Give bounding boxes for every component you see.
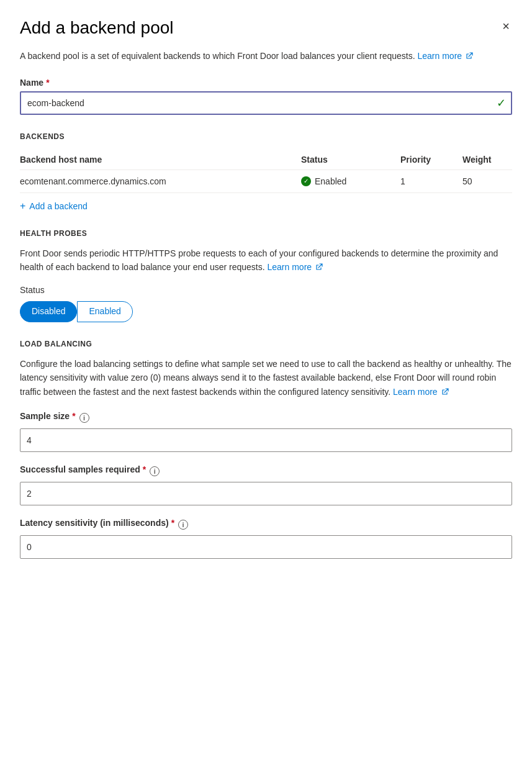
health-probes-toggle-group: Disabled Enabled <box>20 301 512 322</box>
sample-size-label-row: Sample size * i <box>20 411 512 425</box>
successful-samples-required-star: * <box>143 464 146 474</box>
health-probes-heading: HEALTH PROBES <box>20 229 512 238</box>
col-backend-host: Backend host name <box>20 155 301 165</box>
add-backend-button[interactable]: + Add a backend <box>20 201 88 212</box>
successful-samples-info-icon[interactable]: i <box>150 466 160 476</box>
backend-status-cell: ✓ Enabled <box>301 176 400 186</box>
toggle-disabled-button[interactable]: Disabled <box>20 301 77 322</box>
table-row: ecomtenant.commerce.dynamics.com ✓ Enabl… <box>20 170 512 193</box>
latency-sensitivity-field-group: Latency sensitivity (in milliseconds) * … <box>20 518 512 559</box>
name-input[interactable] <box>20 91 512 115</box>
name-required-star: * <box>46 78 49 88</box>
external-link-icon <box>466 52 473 60</box>
sample-size-info-icon[interactable]: i <box>79 413 89 423</box>
successful-samples-label: Successful samples required * <box>20 464 146 474</box>
load-balancing-external-link-icon <box>441 388 449 396</box>
latency-sensitivity-label-row: Latency sensitivity (in milliseconds) * … <box>20 518 512 531</box>
panel-description: A backend pool is a set of equivalent ba… <box>20 50 512 63</box>
latency-sensitivity-required-star: * <box>171 518 174 528</box>
backend-weight-cell: 50 <box>462 176 512 186</box>
health-probes-status-label: Status <box>20 285 512 295</box>
add-backend-pool-panel: Add a backend pool × A backend pool is a… <box>0 0 532 778</box>
successful-samples-label-row: Successful samples required * i <box>20 464 512 478</box>
successful-samples-field-group: Successful samples required * i <box>20 464 512 505</box>
latency-sensitivity-label: Latency sensitivity (in milliseconds) * <box>20 518 174 528</box>
health-probes-external-link-icon <box>315 263 323 271</box>
latency-sensitivity-input[interactable] <box>20 535 512 559</box>
sample-size-input[interactable] <box>20 428 512 452</box>
load-balancing-description: Configure the load balancing settings to… <box>20 357 512 399</box>
panel-header: Add a backend pool × <box>20 17 512 38</box>
name-field-group: Name * ✓ <box>20 78 512 115</box>
status-dot-icon: ✓ <box>301 176 311 186</box>
status-enabled: ✓ Enabled <box>301 176 400 186</box>
health-probes-learn-more-link[interactable]: Learn more <box>268 262 323 272</box>
health-probes-description: Front Door sends periodic HTTP/HTTPS pro… <box>20 247 512 274</box>
name-input-wrapper: ✓ <box>20 91 512 115</box>
col-priority: Priority <box>400 155 462 165</box>
sample-size-field-group: Sample size * i <box>20 411 512 452</box>
name-checkmark-icon: ✓ <box>497 96 506 110</box>
name-label: Name * <box>20 78 512 88</box>
add-icon: + <box>20 201 25 212</box>
successful-samples-input[interactable] <box>20 482 512 505</box>
load-balancing-learn-more-link[interactable]: Learn more <box>393 387 448 397</box>
panel-title: Add a backend pool <box>20 17 174 38</box>
close-button[interactable]: × <box>500 17 512 35</box>
col-status: Status <box>301 155 400 165</box>
backends-table: Backend host name Status Priority Weight… <box>20 150 512 193</box>
load-balancing-heading: LOAD BALANCING <box>20 340 512 348</box>
latency-sensitivity-info-icon[interactable]: i <box>178 520 188 530</box>
description-learn-more-link[interactable]: Learn more <box>418 51 473 61</box>
table-header-row: Backend host name Status Priority Weight <box>20 150 512 170</box>
backend-host-cell: ecomtenant.commerce.dynamics.com <box>20 176 301 186</box>
backends-heading: BACKENDS <box>20 132 512 141</box>
backend-priority-cell: 1 <box>400 176 462 186</box>
toggle-enabled-button[interactable]: Enabled <box>77 301 132 322</box>
sample-size-label: Sample size * <box>20 411 76 421</box>
sample-size-required-star: * <box>72 411 75 421</box>
col-weight: Weight <box>462 155 512 165</box>
